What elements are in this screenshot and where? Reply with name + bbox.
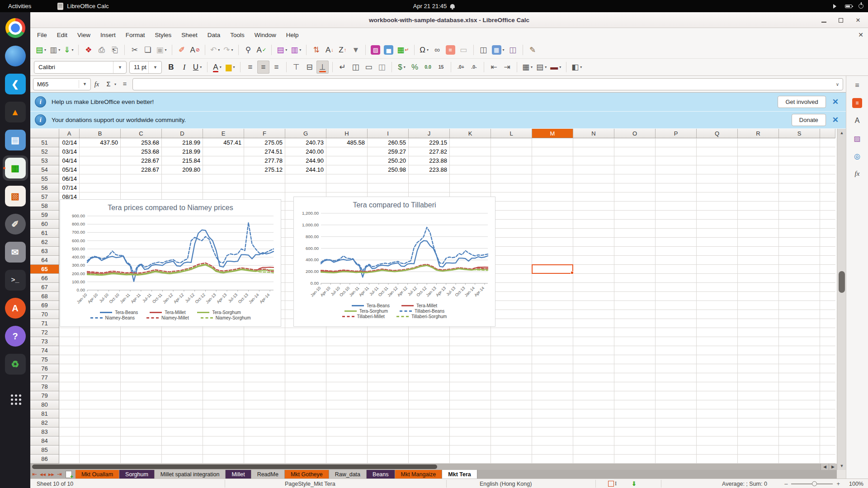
cell-A52[interactable]: 03/14: [59, 147, 80, 156]
chevron-down-icon[interactable]: ▾: [299, 48, 301, 52]
cell-O52[interactable]: [614, 147, 656, 156]
cell-O80[interactable]: [614, 400, 656, 409]
column-header-O[interactable]: O: [614, 129, 656, 138]
cell-partial[interactable]: [820, 337, 835, 346]
dock-show-applications[interactable]: [3, 380, 28, 405]
cell-P86[interactable]: [656, 455, 697, 464]
select-function-button[interactable]: Σ: [103, 78, 114, 90]
cell-A53[interactable]: 04/14: [59, 156, 80, 165]
dock-terminal[interactable]: >_: [3, 267, 28, 293]
cell-L75[interactable]: [491, 355, 532, 364]
cell-G83[interactable]: [285, 427, 326, 436]
cell-Q60[interactable]: [697, 220, 738, 229]
cell-S86[interactable]: [779, 455, 820, 464]
cell-Q52[interactable]: [697, 147, 738, 156]
vertical-scrollbar[interactable]: ▲ ▼: [837, 129, 846, 470]
cell-D72[interactable]: [162, 328, 203, 337]
cell-S82[interactable]: [779, 418, 820, 427]
cell-D80[interactable]: [162, 400, 203, 409]
cell-Q68[interactable]: [697, 292, 738, 301]
sheet-tab-mkt-ouallam[interactable]: Mkt Ouallam: [75, 470, 119, 479]
cell-C81[interactable]: [121, 409, 162, 418]
cell-P79[interactable]: [656, 391, 697, 400]
cell-E52[interactable]: [203, 147, 244, 156]
insert-image-icon[interactable]: ▨: [369, 43, 382, 56]
bold-icon[interactable]: B: [165, 61, 177, 74]
cell-O85[interactable]: [614, 446, 656, 455]
column-header-L[interactable]: L: [491, 129, 532, 138]
cell-S77[interactable]: [779, 373, 820, 382]
cell-H82[interactable]: [326, 418, 368, 427]
cell-F73[interactable]: [244, 337, 285, 346]
column-header-B[interactable]: B: [80, 129, 121, 138]
cell-J53[interactable]: 223.88: [409, 156, 450, 165]
cell-N84[interactable]: [573, 436, 614, 446]
column-header-S[interactable]: S: [779, 129, 820, 138]
cell-Q74[interactable]: [697, 346, 738, 355]
cell-K77[interactable]: [450, 373, 491, 382]
get-involved-button[interactable]: Get involved: [778, 96, 826, 108]
cell-P55[interactable]: [656, 174, 697, 183]
cell-I54[interactable]: 250.98: [368, 165, 409, 174]
cell-O75[interactable]: [614, 355, 656, 364]
cell-Q62[interactable]: [697, 238, 738, 247]
cell-M57[interactable]: [532, 192, 573, 202]
cell-R66[interactable]: [738, 274, 779, 283]
cell-P58[interactable]: [656, 202, 697, 211]
cell-F82[interactable]: [244, 418, 285, 427]
cell-E78[interactable]: [203, 382, 244, 391]
close-document-icon[interactable]: ✕: [858, 31, 863, 38]
cell-M82[interactable]: [532, 418, 573, 427]
zoom-out-icon[interactable]: –: [784, 480, 788, 487]
cell-R68[interactable]: [738, 292, 779, 301]
cell-M79[interactable]: [532, 391, 573, 400]
cell-F81[interactable]: [244, 409, 285, 418]
cell-M77[interactable]: [532, 373, 573, 382]
menu-sheet[interactable]: Sheet: [176, 28, 202, 42]
chevron-down-icon[interactable]: ▾: [531, 66, 533, 69]
cell-K86[interactable]: [450, 455, 491, 464]
function-wizard-button[interactable]: fx: [91, 78, 103, 90]
cell-E82[interactable]: [203, 418, 244, 427]
dock-libreoffice-calc[interactable]: ▦: [3, 155, 28, 181]
cell-R62[interactable]: [738, 238, 779, 247]
cell-D73[interactable]: [162, 337, 203, 346]
cell-E84[interactable]: [203, 436, 244, 446]
cell-A55[interactable]: 06/14: [59, 174, 80, 183]
row-header-68[interactable]: 68: [30, 292, 59, 301]
menu-window[interactable]: Window: [250, 28, 281, 42]
cell-O84[interactable]: [614, 436, 656, 446]
cell-L64[interactable]: [491, 256, 532, 265]
cell-E77[interactable]: [203, 373, 244, 382]
row-header-65[interactable]: 65: [30, 265, 59, 274]
cell-A86[interactable]: [59, 455, 80, 464]
cell-Q84[interactable]: [697, 436, 738, 446]
cell-R57[interactable]: [738, 192, 779, 202]
cell-M69[interactable]: [532, 301, 573, 310]
cell-L62[interactable]: [491, 238, 532, 247]
merge-and-center-icon[interactable]: ◫: [349, 61, 362, 74]
cell-R53[interactable]: [738, 156, 779, 165]
cell-J55[interactable]: [409, 174, 450, 183]
cell-L83[interactable]: [491, 427, 532, 436]
cell-Q59[interactable]: [697, 211, 738, 220]
cell-C55[interactable]: [121, 174, 162, 183]
cell-H55[interactable]: [326, 174, 368, 183]
cell-G53[interactable]: 244.90: [285, 156, 326, 165]
cell-G77[interactable]: [285, 373, 326, 382]
increase-indent-icon[interactable]: ⇥: [501, 61, 513, 74]
cell-L55[interactable]: [491, 174, 532, 183]
cell-H85[interactable]: [326, 446, 368, 455]
row-header-78[interactable]: 78: [30, 382, 59, 391]
cell-S56[interactable]: [779, 183, 820, 192]
export-pdf-icon[interactable]: ❖: [82, 43, 94, 56]
chevron-down-icon[interactable]: ▾: [200, 66, 202, 69]
autofilter-icon[interactable]: ▼: [349, 43, 362, 56]
cell-Q57[interactable]: [697, 192, 738, 202]
cell-F75[interactable]: [244, 355, 285, 364]
cell-N71[interactable]: [573, 319, 614, 328]
cell-Q81[interactable]: [697, 409, 738, 418]
system-tray[interactable]: [833, 4, 863, 9]
cell-R84[interactable]: [738, 436, 779, 446]
cell-H76[interactable]: [326, 364, 368, 373]
